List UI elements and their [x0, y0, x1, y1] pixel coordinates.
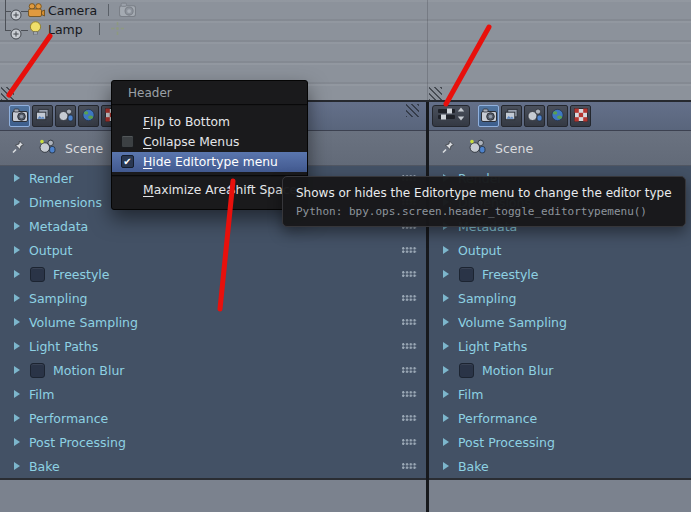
grip-dots-icon[interactable]	[402, 295, 417, 301]
area-corner-handle[interactable]	[406, 104, 419, 117]
grip-dots-icon[interactable]	[402, 343, 417, 349]
panel-row[interactable]: Sampling	[429, 286, 691, 310]
grip-dots-icon[interactable]	[402, 439, 417, 445]
panel-label: Light Paths	[458, 339, 527, 354]
panel-row[interactable]: Film	[429, 382, 691, 406]
expand-toggle-icon[interactable]	[10, 25, 22, 44]
menu-item-label: Collapse Menus	[143, 135, 239, 149]
tab-render-layers[interactable]	[501, 105, 522, 127]
menu-item[interactable]: Maximize Area Shift Space	[112, 180, 307, 200]
disclosure-triangle-icon	[443, 294, 449, 302]
tab-texture[interactable]	[570, 105, 591, 127]
panel-row[interactable]: Sampling	[0, 286, 426, 310]
panel-row[interactable]: Bake	[0, 454, 426, 478]
camera-icon	[12, 107, 28, 126]
tab-render[interactable]	[478, 105, 499, 127]
expand-toggle-icon[interactable]	[10, 6, 22, 25]
outliner-separator	[108, 4, 109, 16]
outliner-item-camera[interactable]: Camera	[48, 3, 97, 18]
panel-row[interactable]: Post Processing	[429, 430, 691, 454]
panel-row[interactable]: Volume Sampling	[0, 310, 426, 334]
panel-row[interactable]: Post Processing	[0, 430, 426, 454]
panel-row[interactable]: Motion Blur	[0, 358, 426, 382]
panel-label: Motion Blur	[53, 363, 124, 378]
panel-row[interactable]: Bake	[429, 454, 691, 478]
menu-title: Header	[112, 81, 307, 104]
properties-header	[429, 102, 691, 131]
panel-checkbox[interactable]	[30, 363, 45, 378]
panel-checkbox[interactable]	[459, 267, 474, 282]
grip-dots-icon[interactable]	[402, 391, 417, 397]
menu-item-label: Flip to Bottom	[143, 115, 230, 129]
panel-label: Film	[29, 387, 54, 402]
panel-label: Volume Sampling	[458, 315, 567, 330]
disclosure-triangle-icon	[14, 246, 20, 254]
panel-label: Dimensions	[29, 195, 102, 210]
grip-dots-icon[interactable]	[402, 367, 417, 373]
panel-label: Sampling	[29, 291, 88, 306]
panel-row[interactable]: Freestyle	[0, 262, 426, 286]
outliner-item-lamp[interactable]: Lamp	[48, 22, 83, 37]
tab-scene[interactable]	[524, 105, 545, 127]
pin-icon[interactable]	[440, 139, 457, 159]
ghost-empty-axes-icon[interactable]	[110, 21, 125, 40]
tooltip-text: Shows or hides the Editortype menu to ch…	[296, 186, 672, 200]
area-corner-handle[interactable]	[429, 87, 442, 100]
stacked-images-icon	[504, 107, 519, 126]
breadcrumb-label[interactable]: Scene	[65, 141, 103, 156]
tab-render-layers[interactable]	[32, 105, 53, 127]
disclosure-triangle-icon	[14, 366, 20, 374]
menu-item[interactable]: Flip to Bottom	[112, 112, 307, 132]
checkbox-unchecked-icon[interactable]	[121, 135, 134, 148]
panel-row[interactable]: Film	[0, 382, 426, 406]
menu-separator	[112, 175, 307, 177]
panel-row[interactable]: Output	[0, 238, 426, 262]
area-divider[interactable]	[426, 102, 429, 512]
panel-row[interactable]: Light Paths	[0, 334, 426, 358]
outliner-separator	[99, 23, 100, 35]
panel-checkbox[interactable]	[459, 363, 474, 378]
menu-item[interactable]: Hide Editortype menu	[112, 152, 307, 172]
tooltip-python-text: Python: bpy.ops.screen.header_toggle_edi…	[296, 205, 672, 218]
breadcrumb: Scene	[429, 131, 691, 166]
panel-row[interactable]: Output	[429, 238, 691, 262]
grip-dots-icon[interactable]	[402, 463, 417, 469]
editor-type-button[interactable]	[432, 105, 470, 127]
scene-balls-icon	[469, 139, 486, 158]
tab-world[interactable]	[547, 105, 568, 127]
panel-label: Render	[29, 171, 74, 186]
tab-world[interactable]	[78, 105, 99, 127]
properties-editor-right: Scene Render Dimensions	[429, 102, 691, 512]
tree-line	[21, 30, 28, 31]
grip-dots-icon[interactable]	[402, 415, 417, 421]
grip-dots-icon[interactable]	[402, 319, 417, 325]
disclosure-triangle-icon	[443, 270, 449, 278]
panel-row[interactable]: Performance	[0, 406, 426, 430]
panel-row[interactable]: Performance	[429, 406, 691, 430]
breadcrumb-label[interactable]: Scene	[495, 141, 533, 156]
panel-label: Performance	[29, 411, 108, 426]
disclosure-triangle-icon	[443, 390, 449, 398]
tab-scene[interactable]	[55, 105, 76, 127]
panel-label: Post Processing	[29, 435, 126, 450]
panel-label: Output	[29, 243, 72, 258]
top-area-divider[interactable]	[427, 0, 428, 100]
tab-render[interactable]	[9, 105, 30, 127]
panel-label: Output	[458, 243, 501, 258]
menu-item[interactable]: Collapse Menus	[112, 132, 307, 152]
scene-balls-icon	[527, 107, 543, 126]
grip-dots-icon[interactable]	[402, 271, 417, 277]
checkbox-checked-icon[interactable]	[121, 155, 134, 168]
ghost-camera-icon[interactable]	[119, 2, 136, 21]
panel-row[interactable]: Freestyle	[429, 262, 691, 286]
panel-checkbox[interactable]	[30, 267, 45, 282]
pin-icon[interactable]	[10, 139, 27, 159]
disclosure-triangle-icon	[443, 318, 449, 326]
panel-row[interactable]: Light Paths	[429, 334, 691, 358]
disclosure-triangle-icon	[14, 414, 20, 422]
panel-row[interactable]: Motion Blur	[429, 358, 691, 382]
grip-dots-icon[interactable]	[402, 247, 417, 253]
area-corner-handle[interactable]	[1, 87, 14, 100]
checker-icon	[574, 107, 588, 126]
panel-row[interactable]: Volume Sampling	[429, 310, 691, 334]
